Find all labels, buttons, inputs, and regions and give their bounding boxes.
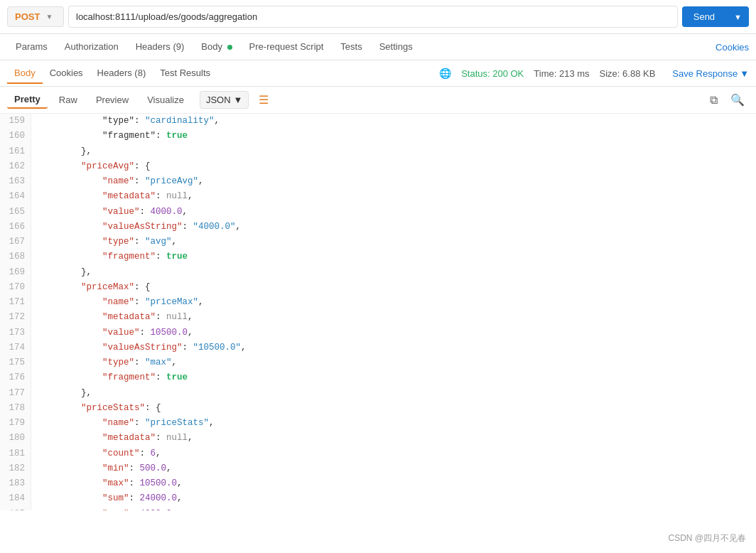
search-icon[interactable]: 🔍 <box>726 92 749 108</box>
save-response-chevron-icon: ▼ <box>740 68 749 79</box>
globe-icon: 🌐 <box>439 68 451 79</box>
method-select[interactable]: POST ▼ <box>7 6 64 27</box>
visualize-button[interactable]: Visualize <box>140 92 191 108</box>
tab-settings[interactable]: Settings <box>371 34 421 60</box>
resp-meta: 🌐 Status: 200 OK Time: 213 ms Size: 6.88… <box>439 68 749 79</box>
preview-button[interactable]: Preview <box>89 92 136 108</box>
response-bar: Body Cookies Headers (8) Test Results 🌐 … <box>0 60 756 87</box>
resp-tab-cookies[interactable]: Cookies <box>43 63 90 84</box>
send-button[interactable]: Send ▼ <box>682 6 749 27</box>
code-area[interactable]: 1591601611621631641651661671681691701711… <box>0 114 756 510</box>
filter-icon[interactable]: ☰ <box>259 93 269 107</box>
resp-size: Size: 6.88 KB <box>600 68 656 79</box>
status-badge: Status: 200 OK <box>461 68 524 79</box>
send-label: Send <box>682 11 726 22</box>
tab-body[interactable]: Body <box>193 34 240 60</box>
tab-tests[interactable]: Tests <box>332 34 370 60</box>
resp-time: Time: 213 ms <box>534 68 589 79</box>
resp-tab-testresults[interactable]: Test Results <box>153 63 217 84</box>
format-chevron-icon: ▼ <box>234 95 243 105</box>
format-bar: Pretty Raw Preview Visualize JSON ▼ ☰ ⧉ … <box>0 87 756 114</box>
resp-tab-headers[interactable]: Headers (8) <box>90 63 153 84</box>
url-input[interactable] <box>68 6 678 28</box>
body-dot-icon <box>227 45 232 50</box>
resp-tab-body[interactable]: Body <box>7 63 43 84</box>
url-bar: POST ▼ Send ▼ <box>0 0 756 34</box>
send-arrow-icon: ▼ <box>727 13 749 21</box>
format-select[interactable]: JSON ▼ <box>200 91 249 109</box>
raw-button[interactable]: Raw <box>52 92 85 108</box>
copy-icon[interactable]: ⧉ <box>706 92 722 108</box>
cookies-link[interactable]: Cookies <box>716 35 749 60</box>
nav-tabs: Params Authorization Headers (9) Body Pr… <box>0 34 756 60</box>
tab-prerequest[interactable]: Pre-request Script <box>241 34 333 60</box>
method-chevron-icon: ▼ <box>45 13 53 21</box>
tab-authorization[interactable]: Authorization <box>56 34 127 60</box>
tab-headers[interactable]: Headers (9) <box>127 34 193 60</box>
pretty-button[interactable]: Pretty <box>7 91 48 109</box>
line-numbers: 1591601611621631641651661671681691701711… <box>0 114 31 510</box>
code-content: "type": "cardinality", "fragment": true … <box>31 114 756 510</box>
save-response-button[interactable]: Save Response ▼ <box>672 68 749 79</box>
tab-params[interactable]: Params <box>7 34 56 60</box>
method-label: POST <box>15 11 40 22</box>
